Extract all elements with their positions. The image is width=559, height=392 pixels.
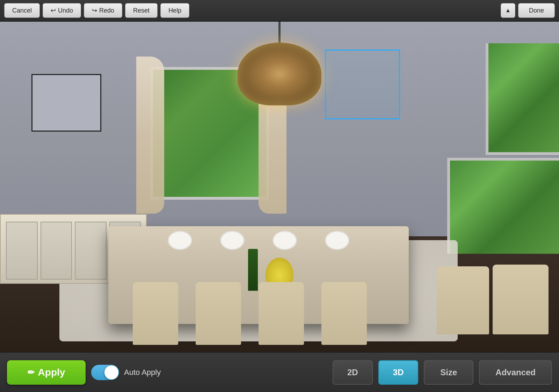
chair-front-4 xyxy=(321,282,367,345)
chair-front-2 xyxy=(196,282,241,345)
sideboard-panel-1 xyxy=(6,222,38,280)
auto-apply-section: Auto Apply xyxy=(91,365,161,380)
chandelier-chain xyxy=(278,22,281,43)
sideboard-panel-3 xyxy=(75,222,107,280)
mode-2d-label: 2D xyxy=(347,368,358,377)
mode-2d-button[interactable]: 2D xyxy=(333,360,373,385)
undo-icon: ↩ xyxy=(51,7,56,14)
plate-1 xyxy=(168,231,192,250)
undo-label: Undo xyxy=(58,7,73,14)
window-right-top xyxy=(486,43,559,155)
redo-icon: ↪ xyxy=(92,7,97,14)
main-viewport xyxy=(0,22,559,352)
chair-front-1 xyxy=(133,282,178,345)
mode-3d-label: 3D xyxy=(393,368,404,377)
window-right-bottom xyxy=(447,158,559,254)
plate-2 xyxy=(220,231,245,250)
wine-bottle xyxy=(248,249,258,291)
undo-button[interactable]: ↩ Undo xyxy=(43,3,81,18)
chair-front-3 xyxy=(259,282,304,345)
chandelier-body xyxy=(238,43,321,105)
chandelier xyxy=(238,22,321,154)
advanced-button[interactable]: Advanced xyxy=(479,360,552,385)
done-label: Done xyxy=(529,7,544,14)
chair-right-1 xyxy=(493,265,549,334)
bottom-toolbar: ✏ Apply Auto Apply 2D 3D Size Advanced xyxy=(0,352,559,392)
advanced-label: Advanced xyxy=(495,368,536,377)
chair-right-2 xyxy=(437,266,489,334)
sideboard-panel-2 xyxy=(41,222,72,280)
help-button[interactable]: Help xyxy=(160,3,189,18)
collapse-button[interactable]: ▲ xyxy=(501,3,515,18)
mode-3d-button[interactable]: 3D xyxy=(378,360,419,385)
done-button[interactable]: Done xyxy=(518,3,555,18)
cancel-button[interactable]: Cancel xyxy=(4,3,40,18)
reset-label: Reset xyxy=(133,7,150,14)
redo-label: Redo xyxy=(99,7,114,14)
plate-4 xyxy=(325,231,349,250)
reset-button[interactable]: Reset xyxy=(125,3,158,18)
cancel-label: Cancel xyxy=(12,7,32,14)
apply-icon: ✏ xyxy=(28,368,35,377)
redo-button[interactable]: ↪ Redo xyxy=(84,3,122,18)
help-label: Help xyxy=(168,7,181,14)
plate-3 xyxy=(273,231,297,250)
table-place-settings xyxy=(154,230,363,251)
collapse-icon: ▲ xyxy=(505,7,511,14)
top-toolbar: Cancel ↩ Undo ↪ Redo Reset Help ▲ Done xyxy=(0,0,559,22)
auto-apply-label: Auto Apply xyxy=(124,368,161,377)
apply-label: Apply xyxy=(38,367,65,378)
apply-button[interactable]: ✏ Apply xyxy=(7,360,86,385)
picture-frame[interactable] xyxy=(31,74,101,132)
curtain-left xyxy=(136,57,164,214)
room-scene[interactable] xyxy=(0,22,559,352)
size-button[interactable]: Size xyxy=(424,360,473,385)
size-label: Size xyxy=(440,368,457,377)
toggle-thumb xyxy=(104,365,118,379)
auto-apply-toggle[interactable] xyxy=(91,365,119,380)
